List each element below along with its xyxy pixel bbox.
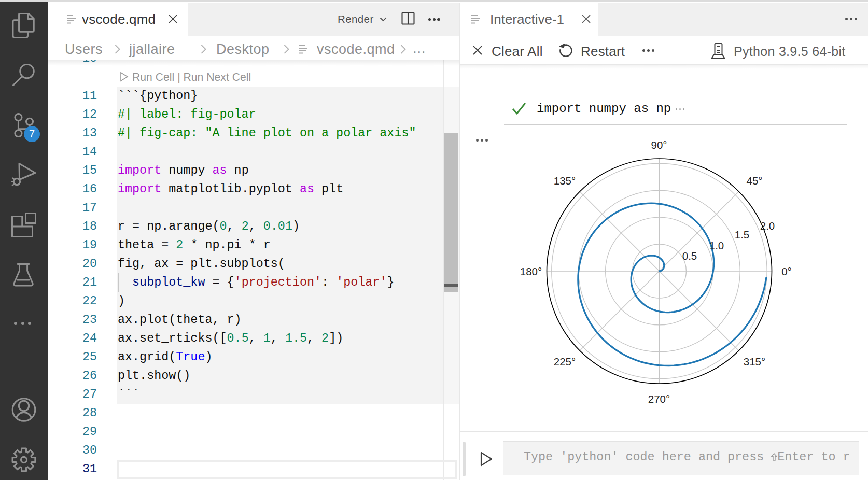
svg-text:315°: 315° <box>744 356 765 368</box>
svg-text:2.0: 2.0 <box>760 220 775 232</box>
svg-text:135°: 135° <box>554 175 576 187</box>
svg-text:225°: 225° <box>554 356 576 368</box>
svg-text:1.0: 1.0 <box>709 239 724 251</box>
svg-text:45°: 45° <box>746 175 762 187</box>
svg-text:0°: 0° <box>781 265 792 277</box>
svg-text:180°: 180° <box>520 265 542 277</box>
svg-text:0.5: 0.5 <box>682 250 697 262</box>
svg-text:270°: 270° <box>648 393 670 405</box>
svg-text:90°: 90° <box>651 139 667 151</box>
svg-text:1.5: 1.5 <box>735 229 750 241</box>
